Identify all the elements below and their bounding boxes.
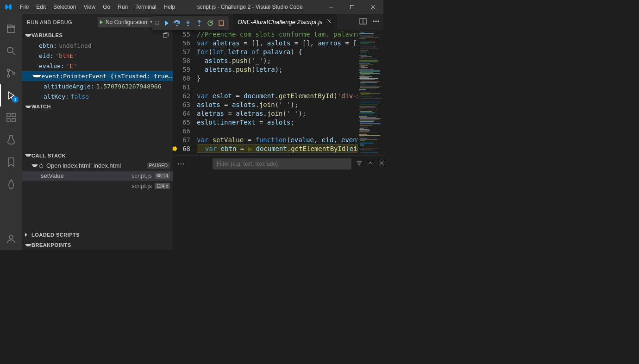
main-area: 1 RUN AND DEBUG No Configuration: [0, 14, 383, 250]
testing-icon[interactable]: [0, 129, 22, 151]
step-over-button[interactable]: [171, 18, 182, 29]
svg-point-6: [7, 69, 10, 72]
collapse-all-button[interactable]: [162, 32, 170, 38]
line-number: 61: [173, 83, 190, 92]
editor-tab[interactable]: ONE-Alura\Challenge 2\script.js: [233, 14, 337, 30]
callstack-section-header[interactable]: CALL STACK: [22, 151, 173, 161]
svg-point-32: [199, 25, 200, 26]
stop-button[interactable]: [216, 18, 227, 29]
chevron-down-icon: [31, 164, 38, 167]
debug-toolbar: [152, 16, 229, 30]
menu-help[interactable]: Help: [160, 4, 179, 10]
line-number: 60: [173, 74, 190, 83]
search-icon[interactable]: [0, 40, 22, 62]
svg-point-14: [9, 235, 13, 239]
debug-config-label: No Configuration: [106, 19, 147, 25]
code-line: aslots.push('_');: [197, 56, 358, 65]
variable-row[interactable]: ebtn: undefined: [22, 40, 173, 50]
menu-view[interactable]: View: [80, 4, 99, 10]
watch-section-header[interactable]: WATCH: [22, 101, 173, 112]
section-title: CALL STACK: [31, 153, 170, 158]
svg-point-25: [157, 23, 157, 24]
variables-section-header[interactable]: VARIABLES: [22, 30, 173, 40]
callstack-frame[interactable]: script.js124:5: [22, 181, 173, 191]
panel-filter: [213, 158, 351, 169]
source-control-icon[interactable]: [0, 62, 22, 84]
line-number: 55: [173, 30, 190, 39]
callstack-thread[interactable]: Open index.html: index.html PAUSED: [22, 161, 173, 171]
account-icon[interactable]: [0, 228, 22, 250]
breakpoints-section-header[interactable]: BREAKPOINTS: [22, 240, 173, 250]
close-tab-button[interactable]: [326, 19, 332, 25]
panel-close-button[interactable]: [378, 160, 385, 168]
menu-edit[interactable]: Edit: [32, 4, 50, 10]
code-line: aletras = aletras.join(' ');: [197, 109, 358, 118]
menu-terminal[interactable]: Terminal: [132, 4, 160, 10]
chevron-down-icon: [25, 244, 31, 246]
filter-input[interactable]: [213, 158, 351, 169]
close-button[interactable]: [363, 0, 383, 14]
callstack-frame[interactable]: setValuescript.js68:14: [22, 171, 173, 181]
app-root: FileEditSelectionViewGoRunTerminalHelp s…: [0, 0, 383, 250]
svg-point-30: [176, 25, 178, 26]
menu-go[interactable]: Go: [99, 4, 114, 10]
code-area[interactable]: //Preenche com slots conforme tam. palav…: [197, 30, 358, 155]
sidebar-header: RUN AND DEBUG No Configuration: [22, 14, 173, 30]
thread-name: Open index.html: index.html: [46, 162, 147, 169]
panel-header: ⋯: [173, 156, 383, 172]
activity-bar: 1: [0, 14, 22, 250]
step-out-button[interactable]: [194, 18, 205, 29]
variable-row[interactable]: altitudeAngle: 1.5707963267948966: [22, 81, 173, 91]
drag-handle-icon[interactable]: [154, 19, 160, 28]
window-title: script.js - Challenge 2 - Visual Studio …: [179, 4, 321, 10]
menu-selection[interactable]: Selection: [50, 4, 80, 10]
panel-filter-icon[interactable]: [356, 160, 363, 168]
svg-point-22: [157, 21, 157, 22]
code-line: }: [197, 74, 358, 83]
code-line: eslot.innerText = aslots;: [197, 118, 358, 127]
split-editor-button[interactable]: [359, 18, 367, 26]
svg-point-38: [373, 21, 374, 22]
variable-row[interactable]: evalue: 'E': [22, 61, 173, 71]
code-line: var ebtn = ▷ document.getElementById(eid: [197, 144, 358, 153]
restart-button[interactable]: [205, 18, 216, 29]
more-actions-button[interactable]: [372, 18, 380, 26]
svg-point-27: [155, 24, 156, 25]
panel-maximize-button[interactable]: [367, 160, 374, 168]
minimap[interactable]: [358, 30, 383, 155]
code-line: var setValue = function(evalue, eid, eve…: [197, 136, 358, 144]
svg-rect-10: [7, 113, 10, 117]
continue-button[interactable]: [160, 18, 171, 29]
maximize-button[interactable]: [342, 0, 363, 14]
loaded-scripts-section-header[interactable]: LOADED SCRIPTS: [22, 230, 173, 240]
line-number: 65: [173, 118, 190, 127]
svg-point-23: [158, 21, 159, 22]
mongodb-icon[interactable]: [0, 173, 22, 195]
variables-body: ebtn: undefinedeid: 'btnE'evalue: 'E'eve…: [22, 40, 173, 101]
variable-row[interactable]: eid: 'btnE': [22, 50, 173, 61]
debug-config-select[interactable]: No Configuration: [98, 17, 156, 27]
bookmark-icon[interactable]: [0, 151, 22, 173]
editor-body[interactable]: 5556575859606162636465666768 //Preenche …: [173, 30, 383, 155]
extensions-icon[interactable]: [0, 107, 22, 129]
code-line: var aletras = [], aslots = [], aerros = …: [197, 39, 358, 48]
editor-actions: [359, 18, 383, 26]
sidebar: RUN AND DEBUG No Configuration VARIABLES…: [22, 14, 173, 250]
variable-row[interactable]: altKey: false: [22, 91, 173, 101]
menu-run[interactable]: Run: [114, 4, 132, 10]
variable-row-selected[interactable]: event: PointerEvent {isTrusted: true, …: [22, 71, 173, 81]
vscode-logo-icon: [0, 3, 16, 11]
play-icon: [100, 20, 103, 24]
tab-label: ONE-Alura\Challenge 2\script.js: [238, 19, 323, 25]
line-gutter: 5556575859606162636465666768: [173, 30, 197, 155]
panel-more-button[interactable]: ⋯: [177, 159, 185, 168]
menubar: FileEditSelectionViewGoRunTerminalHelp: [16, 4, 179, 10]
explorer-icon[interactable]: [0, 18, 22, 40]
minimize-button[interactable]: [321, 0, 342, 14]
run-debug-icon[interactable]: 1: [0, 84, 22, 107]
menu-file[interactable]: File: [16, 4, 32, 10]
step-into-button[interactable]: [182, 18, 194, 29]
sidebar-title: RUN AND DEBUG: [27, 19, 98, 25]
svg-point-31: [188, 25, 189, 26]
line-number: 66: [173, 127, 190, 136]
